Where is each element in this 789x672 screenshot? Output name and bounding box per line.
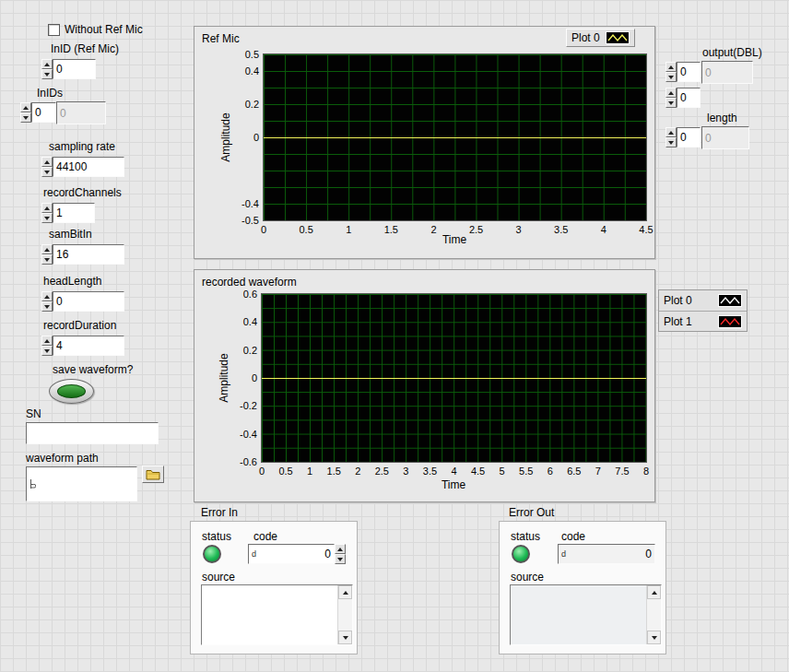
legend-plot1-row[interactable]: Plot 1	[659, 311, 747, 331]
record-duration-control[interactable]: 4	[41, 336, 124, 356]
down-arrow-icon	[343, 636, 348, 640]
scroll-down-button[interactable]	[338, 631, 352, 644]
legend-plot0-label[interactable]: Plot 0	[571, 31, 600, 44]
sam-bit-in-field[interactable]: 16	[53, 244, 124, 265]
error-in-status-led[interactable]	[203, 545, 221, 563]
error-out-source-display	[510, 584, 662, 645]
inids-index-field[interactable]: 0	[31, 102, 56, 123]
decrement-button[interactable]	[335, 554, 346, 564]
decrement-button[interactable]	[41, 301, 53, 312]
spinner[interactable]	[335, 544, 346, 564]
down-arrow-icon	[44, 171, 50, 174]
length-index-field[interactable]: 0	[677, 127, 701, 147]
decrement-button[interactable]	[665, 72, 677, 82]
spinner[interactable]	[665, 88, 677, 108]
scroll-up-button[interactable]	[647, 585, 661, 599]
up-arrow-icon	[44, 295, 50, 299]
up-arrow-icon	[44, 160, 50, 164]
decrement-button[interactable]	[41, 346, 53, 356]
sampling-rate-field[interactable]: 44100	[53, 157, 124, 177]
sampling-rate-label: sampling rate	[49, 140, 115, 153]
ref-mic-graph-legend[interactable]: Plot 0	[566, 29, 635, 47]
legend-plot1-label[interactable]: Plot 1	[664, 315, 692, 328]
increment-button[interactable]	[20, 102, 31, 112]
spinner[interactable]	[20, 102, 31, 123]
scroll-down-button[interactable]	[647, 631, 661, 644]
decrement-button[interactable]	[41, 69, 53, 79]
spinner[interactable]	[41, 59, 53, 79]
head-length-label: headLength	[43, 275, 101, 288]
spinner[interactable]	[41, 291, 53, 312]
sampling-rate-control[interactable]: 44100	[41, 157, 124, 177]
spinner[interactable]	[665, 127, 677, 147]
plot0-waveform-icon[interactable]	[606, 31, 630, 44]
record-duration-field[interactable]: 4	[53, 336, 124, 356]
output-dbl-index-col-control[interactable]: 0	[665, 88, 701, 108]
error-in-code-field[interactable]: d 0	[248, 544, 335, 564]
sn-input[interactable]	[26, 422, 159, 444]
output-dbl-index-row-control[interactable]: 0	[665, 62, 701, 82]
down-arrow-icon	[44, 305, 50, 309]
x-tick-label: 3.5	[548, 223, 575, 236]
legend-plot0-row[interactable]: Plot 0	[659, 290, 747, 311]
y-tick-label: -0.4	[226, 428, 257, 441]
without-ref-mic-checkbox[interactable]	[48, 24, 60, 36]
increment-button[interactable]	[41, 336, 53, 346]
x-axis-label: Time	[442, 233, 466, 246]
recorded-graph-legend[interactable]: Plot 0 Plot 1	[658, 289, 748, 332]
decrement-button[interactable]	[20, 112, 31, 123]
up-arrow-icon	[343, 591, 348, 595]
error-out-status-label: status	[511, 530, 540, 543]
length-index-control[interactable]: 0	[665, 127, 701, 147]
up-arrow-icon	[652, 591, 657, 595]
head-length-control[interactable]: 0	[41, 291, 124, 312]
spinner[interactable]	[41, 157, 53, 177]
error-in-status-label: status	[202, 530, 231, 543]
decrement-button[interactable]	[665, 98, 677, 108]
spinner[interactable]	[41, 244, 53, 265]
x-tick-label: 3	[505, 223, 533, 236]
error-in-source-input[interactable]	[201, 584, 353, 645]
spinner[interactable]	[665, 62, 677, 82]
increment-button[interactable]	[41, 157, 53, 167]
error-out-source-scrollbar[interactable]	[646, 585, 661, 644]
plot1-waveform-icon[interactable]	[718, 315, 742, 328]
browse-button[interactable]	[142, 466, 164, 483]
y-tick-label: -0.4	[228, 197, 259, 210]
output-dbl-index-col-field[interactable]: 0	[677, 88, 701, 108]
decrement-button[interactable]	[41, 213, 53, 223]
legend-plot0-label[interactable]: Plot 0	[664, 294, 692, 307]
save-waveform-button-face	[57, 384, 86, 398]
record-channels-control[interactable]: 1	[41, 203, 95, 223]
inid-control[interactable]: 0	[41, 59, 96, 79]
decrement-button[interactable]	[41, 167, 53, 177]
error-in-source-scrollbar[interactable]	[337, 585, 352, 644]
waveform-path-input[interactable]	[26, 466, 137, 501]
y-tick-label: 0.4	[228, 65, 259, 77]
error-in-code-control[interactable]: d 0	[248, 544, 346, 564]
increment-button[interactable]	[41, 203, 53, 213]
save-waveform-button[interactable]	[49, 379, 94, 404]
record-channels-field[interactable]: 1	[53, 203, 95, 223]
spinner[interactable]	[41, 203, 53, 223]
scroll-up-button[interactable]	[338, 585, 352, 599]
recorded-waveform-graph: recorded waveform Amplitude 0.60.40.20-0…	[194, 269, 655, 502]
increment-button[interactable]	[665, 127, 677, 137]
inids-index-control[interactable]: 0	[20, 102, 56, 123]
plot0-waveform-icon[interactable]	[718, 294, 742, 307]
y-tick-label: 0.6	[226, 288, 257, 301]
decrement-button[interactable]	[41, 254, 53, 265]
labview-front-panel: Without Ref Mic InID (Ref Mic) 0 InIDs 0…	[0, 0, 789, 672]
increment-button[interactable]	[335, 544, 346, 554]
sam-bit-in-control[interactable]: 16	[41, 244, 124, 265]
increment-button[interactable]	[41, 244, 53, 254]
increment-button[interactable]	[665, 88, 677, 98]
increment-button[interactable]	[665, 62, 677, 72]
output-dbl-index-row-field[interactable]: 0	[677, 62, 701, 82]
decrement-button[interactable]	[665, 137, 677, 147]
increment-button[interactable]	[41, 59, 53, 69]
increment-button[interactable]	[41, 291, 53, 301]
head-length-field[interactable]: 0	[53, 291, 124, 312]
spinner[interactable]	[41, 336, 53, 356]
inid-value-field[interactable]: 0	[53, 59, 96, 79]
